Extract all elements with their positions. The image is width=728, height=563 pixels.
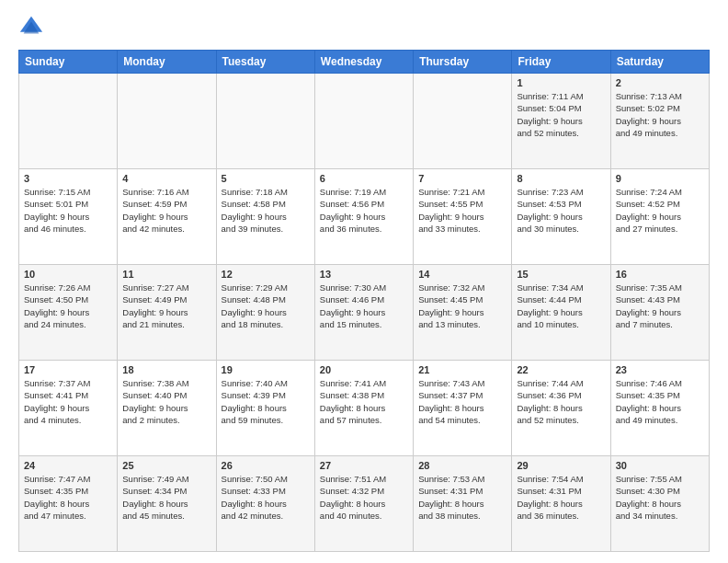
day-info: Sunrise: 7:30 AMSunset: 4:46 PMDaylight:… (320, 282, 408, 330)
day-number: 9 (616, 173, 704, 184)
table-cell: 4Sunrise: 7:16 AMSunset: 4:59 PMDaylight… (118, 169, 216, 265)
logo-icon (18, 15, 44, 40)
week-row-1: 3Sunrise: 7:15 AMSunset: 5:01 PMDaylight… (19, 169, 710, 265)
table-cell: 13Sunrise: 7:30 AMSunset: 4:46 PMDayligh… (314, 265, 413, 361)
header-saturday: Saturday (610, 51, 709, 74)
day-number: 11 (122, 269, 210, 280)
header-sunday: Sunday (19, 51, 118, 74)
day-info: Sunrise: 7:44 AMSunset: 4:36 PMDaylight:… (517, 377, 605, 426)
day-number: 22 (517, 364, 605, 375)
table-cell: 22Sunrise: 7:44 AMSunset: 4:36 PMDayligh… (512, 361, 610, 456)
day-info: Sunrise: 7:29 AMSunset: 4:48 PMDaylight:… (222, 282, 310, 330)
table-cell: 7Sunrise: 7:21 AMSunset: 4:55 PMDaylight… (414, 169, 512, 265)
day-number: 26 (222, 460, 310, 471)
table-cell: 3Sunrise: 7:15 AMSunset: 5:01 PMDaylight… (19, 169, 118, 265)
day-info: Sunrise: 7:38 AMSunset: 4:40 PMDaylight:… (122, 377, 210, 426)
table-cell: 20Sunrise: 7:41 AMSunset: 4:38 PMDayligh… (314, 361, 413, 456)
table-cell (118, 74, 216, 169)
day-info: Sunrise: 7:32 AMSunset: 4:45 PMDaylight:… (418, 282, 506, 330)
table-cell: 10Sunrise: 7:26 AMSunset: 4:50 PMDayligh… (19, 265, 118, 361)
table-cell: 25Sunrise: 7:49 AMSunset: 4:34 PMDayligh… (118, 456, 216, 552)
day-number: 7 (418, 173, 506, 184)
day-number: 19 (222, 364, 310, 375)
day-number: 14 (418, 269, 506, 280)
day-info: Sunrise: 7:21 AMSunset: 4:55 PMDaylight:… (418, 186, 506, 235)
day-info: Sunrise: 7:50 AMSunset: 4:33 PMDaylight:… (222, 473, 310, 522)
day-number: 3 (24, 173, 112, 184)
day-info: Sunrise: 7:53 AMSunset: 4:31 PMDaylight:… (418, 473, 506, 522)
day-info: Sunrise: 7:13 AMSunset: 5:02 PMDaylight:… (616, 90, 704, 139)
table-cell (19, 74, 118, 169)
table-cell: 5Sunrise: 7:18 AMSunset: 4:58 PMDaylight… (216, 169, 314, 265)
day-info: Sunrise: 7:16 AMSunset: 4:59 PMDaylight:… (122, 186, 210, 235)
table-cell: 28Sunrise: 7:53 AMSunset: 4:31 PMDayligh… (414, 456, 512, 552)
table-cell: 15Sunrise: 7:34 AMSunset: 4:44 PMDayligh… (512, 265, 610, 361)
day-info: Sunrise: 7:19 AMSunset: 4:56 PMDaylight:… (320, 186, 408, 235)
header-friday: Friday (512, 51, 610, 74)
day-number: 27 (320, 460, 408, 471)
week-row-3: 17Sunrise: 7:37 AMSunset: 4:41 PMDayligh… (19, 361, 710, 456)
day-number: 23 (616, 364, 704, 375)
day-number: 18 (122, 364, 210, 375)
day-number: 29 (517, 460, 605, 471)
table-cell (314, 74, 413, 169)
day-info: Sunrise: 7:24 AMSunset: 4:52 PMDaylight:… (616, 186, 704, 235)
table-cell (216, 74, 314, 169)
day-info: Sunrise: 7:47 AMSunset: 4:35 PMDaylight:… (24, 473, 112, 522)
table-cell: 6Sunrise: 7:19 AMSunset: 4:56 PMDaylight… (314, 169, 413, 265)
table-cell: 14Sunrise: 7:32 AMSunset: 4:45 PMDayligh… (414, 265, 512, 361)
day-number: 20 (320, 364, 408, 375)
day-info: Sunrise: 7:23 AMSunset: 4:53 PMDaylight:… (517, 186, 605, 235)
day-number: 16 (616, 269, 704, 280)
day-number: 4 (122, 173, 210, 184)
day-info: Sunrise: 7:43 AMSunset: 4:37 PMDaylight:… (418, 377, 506, 426)
day-number: 30 (616, 460, 704, 471)
weekday-header-row: Sunday Monday Tuesday Wednesday Thursday… (19, 51, 710, 74)
header (18, 15, 710, 40)
day-number: 15 (517, 269, 605, 280)
table-cell: 29Sunrise: 7:54 AMSunset: 4:31 PMDayligh… (512, 456, 610, 552)
header-wednesday: Wednesday (314, 51, 413, 74)
day-info: Sunrise: 7:51 AMSunset: 4:32 PMDaylight:… (320, 473, 408, 522)
table-cell: 27Sunrise: 7:51 AMSunset: 4:32 PMDayligh… (314, 456, 413, 552)
day-info: Sunrise: 7:18 AMSunset: 4:58 PMDaylight:… (222, 186, 310, 235)
header-thursday: Thursday (414, 51, 512, 74)
table-cell: 26Sunrise: 7:50 AMSunset: 4:33 PMDayligh… (216, 456, 314, 552)
table-cell: 30Sunrise: 7:55 AMSunset: 4:30 PMDayligh… (610, 456, 709, 552)
day-info: Sunrise: 7:49 AMSunset: 4:34 PMDaylight:… (122, 473, 210, 522)
table-cell: 19Sunrise: 7:40 AMSunset: 4:39 PMDayligh… (216, 361, 314, 456)
week-row-2: 10Sunrise: 7:26 AMSunset: 4:50 PMDayligh… (19, 265, 710, 361)
table-cell: 16Sunrise: 7:35 AMSunset: 4:43 PMDayligh… (610, 265, 709, 361)
table-cell: 9Sunrise: 7:24 AMSunset: 4:52 PMDaylight… (610, 169, 709, 265)
table-cell: 23Sunrise: 7:46 AMSunset: 4:35 PMDayligh… (610, 361, 709, 456)
table-cell: 8Sunrise: 7:23 AMSunset: 4:53 PMDaylight… (512, 169, 610, 265)
day-number: 1 (517, 77, 605, 88)
day-info: Sunrise: 7:15 AMSunset: 5:01 PMDaylight:… (24, 186, 112, 235)
day-number: 25 (122, 460, 210, 471)
day-number: 8 (517, 173, 605, 184)
day-number: 28 (418, 460, 506, 471)
day-number: 21 (418, 364, 506, 375)
day-info: Sunrise: 7:34 AMSunset: 4:44 PMDaylight:… (517, 282, 605, 330)
table-cell: 24Sunrise: 7:47 AMSunset: 4:35 PMDayligh… (19, 456, 118, 552)
day-number: 2 (616, 77, 704, 88)
calendar-table: Sunday Monday Tuesday Wednesday Thursday… (18, 50, 710, 552)
table-cell: 17Sunrise: 7:37 AMSunset: 4:41 PMDayligh… (19, 361, 118, 456)
day-info: Sunrise: 7:40 AMSunset: 4:39 PMDaylight:… (222, 377, 310, 426)
table-cell (414, 74, 512, 169)
day-info: Sunrise: 7:46 AMSunset: 4:35 PMDaylight:… (616, 377, 704, 426)
day-info: Sunrise: 7:55 AMSunset: 4:30 PMDaylight:… (616, 473, 704, 522)
week-row-0: 1Sunrise: 7:11 AMSunset: 5:04 PMDaylight… (19, 74, 710, 169)
table-cell: 11Sunrise: 7:27 AMSunset: 4:49 PMDayligh… (118, 265, 216, 361)
logo (18, 15, 48, 40)
day-number: 13 (320, 269, 408, 280)
day-info: Sunrise: 7:54 AMSunset: 4:31 PMDaylight:… (517, 473, 605, 522)
day-number: 5 (222, 173, 310, 184)
day-info: Sunrise: 7:27 AMSunset: 4:49 PMDaylight:… (122, 282, 210, 330)
day-number: 24 (24, 460, 112, 471)
day-info: Sunrise: 7:35 AMSunset: 4:43 PMDaylight:… (616, 282, 704, 330)
header-tuesday: Tuesday (216, 51, 314, 74)
table-cell: 1Sunrise: 7:11 AMSunset: 5:04 PMDaylight… (512, 74, 610, 169)
day-info: Sunrise: 7:11 AMSunset: 5:04 PMDaylight:… (517, 90, 605, 139)
day-number: 10 (24, 269, 112, 280)
